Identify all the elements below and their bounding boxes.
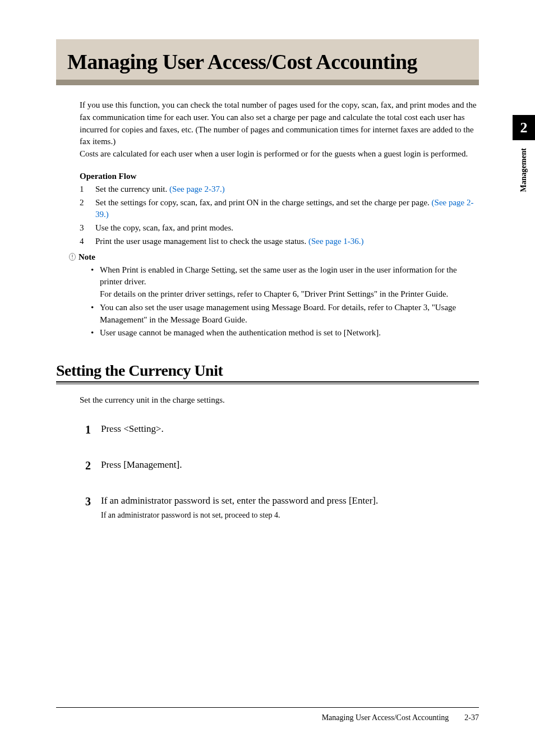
step-number: 2 [85,458,101,473]
svg-point-2 [72,259,73,260]
intro-text-2: Costs are calculated for each user when … [80,149,468,158]
flow-num: 3 [80,222,95,234]
page-link[interactable]: (See page 2-37.) [169,185,225,193]
main-heading: Managing User Access/Cost Accounting [67,49,468,74]
step-content: If an administrator password is set, ent… [101,494,479,520]
note-bullet-item: • User usage cannot be managed when the … [91,327,479,339]
flow-content: Print the user usage management list to … [95,236,479,248]
flow-text: Use the copy, scan, fax, and print modes… [95,223,233,232]
note-label-row: Note [68,252,479,262]
note-bullet-item: • When Print is enabled in Charge Settin… [91,264,479,301]
bullet-marker: • [91,327,100,339]
flow-content: Set the currency unit. (See page 2-37.) [95,183,479,196]
step-main-text: Press <Setting>. [101,422,479,436]
step-item: 1 Press <Setting>. [85,422,479,437]
note-icon [68,253,76,261]
note-label-text: Note [79,252,95,262]
bullet-content: When Print is enabled in Charge Setting,… [100,264,479,301]
note-bullet-list: • When Print is enabled in Charge Settin… [91,264,479,340]
intro-text-1: If you use this function, you can check … [80,100,477,146]
flow-text: Set the currency unit. [95,185,169,193]
note-bullet-item: • You can also set the user usage manage… [91,302,479,326]
bullet-content: You can also set the user usage manageme… [100,302,479,326]
footer-page-number: 2-37 [464,713,479,722]
flow-num: 2 [80,197,95,222]
step-sub-text: If an administrator password is not set,… [101,510,479,521]
chapter-number: 2 [520,119,528,136]
step-number: 3 [85,494,101,520]
step-item: 2 Press [Management]. [85,458,479,473]
step-main-text: If an administrator password is set, ent… [101,494,479,508]
step-content: Press [Management]. [101,458,479,473]
flow-num: 4 [80,236,95,248]
bullet-content: User usage cannot be managed when the au… [100,327,479,339]
bullet-marker: • [91,302,100,326]
flow-content: Set the settings for copy, scan, fax, an… [95,197,479,222]
step-number: 1 [85,422,101,437]
bullet-marker: • [91,264,100,301]
main-heading-box: Managing User Access/Cost Accounting [56,39,479,85]
flow-text: Set the settings for copy, scan, fax, an… [95,198,432,207]
step-main-text: Press [Management]. [101,458,479,472]
side-tab: 2 Management [513,115,535,192]
flow-item: 2 Set the settings for copy, scan, fax, … [80,197,479,222]
page-link[interactable]: (See page 1-36.) [308,237,364,246]
section-rule [56,381,479,384]
step-content: Press <Setting>. [101,422,479,437]
section-heading: Setting the Currency Unit [56,362,479,380]
flow-item: 3 Use the copy, scan, fax, and print mod… [80,222,479,234]
footer-title: Managing User Access/Cost Accounting [322,713,449,722]
chapter-label: Management [519,148,528,192]
step-list: 1 Press <Setting>. 2 Press [Management].… [85,422,479,520]
flow-num: 1 [80,183,95,196]
flow-item: 1 Set the currency unit. (See page 2-37.… [80,183,479,196]
operation-flow-heading: Operation Flow [80,172,479,181]
flow-content: Use the copy, scan, fax, and print modes… [95,222,479,234]
flow-item: 4 Print the user usage management list t… [80,236,479,248]
section-intro: Set the currency unit in the charge sett… [80,394,479,407]
operation-flow-list: 1 Set the currency unit. (See page 2-37.… [80,183,479,248]
step-item: 3 If an administrator password is set, e… [85,494,479,520]
intro-paragraph: If you use this function, you can check … [80,99,479,160]
chapter-number-box: 2 [513,115,535,140]
page-footer: Managing User Access/Cost Accounting 2-3… [56,707,479,722]
flow-text: Print the user usage management list to … [95,237,308,246]
